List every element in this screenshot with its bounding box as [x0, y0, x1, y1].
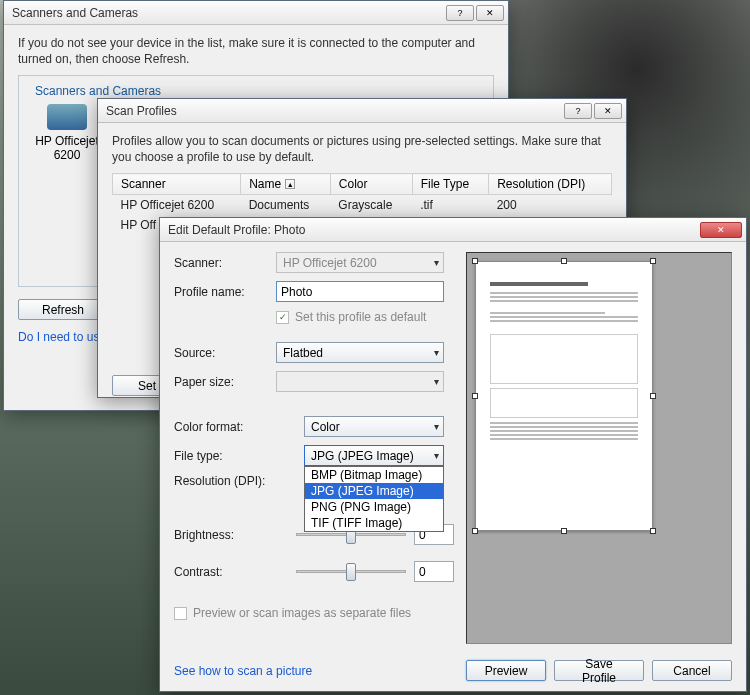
group-title: Scanners and Cameras: [31, 84, 165, 98]
col-color[interactable]: Color: [330, 174, 412, 195]
scanner-select: HP Officejet 6200: [276, 252, 444, 273]
col-name[interactable]: Name▲: [241, 174, 331, 195]
separate-files-label: Preview or scan images as separate files: [193, 606, 411, 620]
contrast-slider[interactable]: [296, 562, 406, 582]
scanner-label: Scanner:: [174, 256, 268, 270]
instruction-text: Profiles allow you to scan documents or …: [112, 133, 612, 165]
file-type-dropdown: BMP (Bitmap Image) JPG (JPEG Image) PNG …: [304, 466, 444, 532]
instruction-text: If you do not see your device in the lis…: [18, 35, 494, 67]
help-link[interactable]: Do I need to use: [18, 330, 106, 344]
file-type-label: File type:: [174, 449, 268, 463]
preview-button[interactable]: Preview: [466, 660, 546, 681]
profile-name-label: Profile name:: [174, 285, 268, 299]
col-filetype[interactable]: File Type: [412, 174, 489, 195]
col-scanner[interactable]: Scanner: [113, 174, 241, 195]
resolution-label: Resolution (DPI):: [174, 474, 268, 488]
close-button[interactable]: ✕: [700, 222, 742, 238]
default-label: Set this profile as default: [295, 310, 426, 324]
paper-size-select: [276, 371, 444, 392]
form-panel: Scanner: HP Officejet 6200 Profile name:…: [174, 252, 454, 644]
device-item[interactable]: HP Officejet 6200: [27, 104, 107, 162]
file-type-option[interactable]: JPG (JPEG Image): [305, 483, 443, 499]
titlebar: Scanners and Cameras ? ✕: [4, 1, 508, 25]
separate-files-checkbox: [174, 607, 187, 620]
titlebar: Edit Default Profile: Photo ✕: [160, 218, 746, 242]
sort-icon[interactable]: ▲: [285, 179, 295, 189]
source-label: Source:: [174, 346, 268, 360]
cancel-button[interactable]: Cancel: [652, 660, 732, 681]
file-type-option[interactable]: BMP (Bitmap Image): [305, 467, 443, 483]
preview-page[interactable]: [475, 261, 653, 531]
file-type-option[interactable]: PNG (PNG Image): [305, 499, 443, 515]
file-type-option[interactable]: TIF (TIFF Image): [305, 515, 443, 531]
col-resolution[interactable]: Resolution (DPI): [489, 174, 612, 195]
device-label: HP Officejet 6200: [27, 134, 107, 162]
how-to-link[interactable]: See how to scan a picture: [174, 664, 312, 678]
scanner-icon: [47, 104, 87, 130]
file-type-select[interactable]: JPG (JPEG Image): [304, 445, 444, 466]
help-button[interactable]: ?: [446, 5, 474, 21]
close-button[interactable]: ✕: [594, 103, 622, 119]
color-format-label: Color format:: [174, 420, 268, 434]
edit-profile-window: Edit Default Profile: Photo ✕ Scanner: H…: [159, 217, 747, 692]
titlebar: Scan Profiles ? ✕: [98, 99, 626, 123]
table-row[interactable]: HP Officejet 6200 Documents Grayscale .t…: [113, 195, 612, 216]
refresh-button[interactable]: Refresh: [18, 299, 108, 320]
brightness-label: Brightness:: [174, 528, 260, 542]
color-format-select[interactable]: Color: [304, 416, 444, 437]
window-title: Scanners and Cameras: [12, 6, 446, 20]
contrast-label: Contrast:: [174, 565, 260, 579]
preview-area: [466, 252, 732, 644]
window-title: Scan Profiles: [106, 104, 564, 118]
save-profile-button[interactable]: Save Profile: [554, 660, 644, 681]
default-checkbox: ✓: [276, 311, 289, 324]
contrast-value[interactable]: [414, 561, 454, 582]
help-button[interactable]: ?: [564, 103, 592, 119]
close-button[interactable]: ✕: [476, 5, 504, 21]
window-title: Edit Default Profile: Photo: [168, 223, 700, 237]
paper-size-label: Paper size:: [174, 375, 268, 389]
profile-name-input[interactable]: [276, 281, 444, 302]
source-select[interactable]: Flatbed: [276, 342, 444, 363]
